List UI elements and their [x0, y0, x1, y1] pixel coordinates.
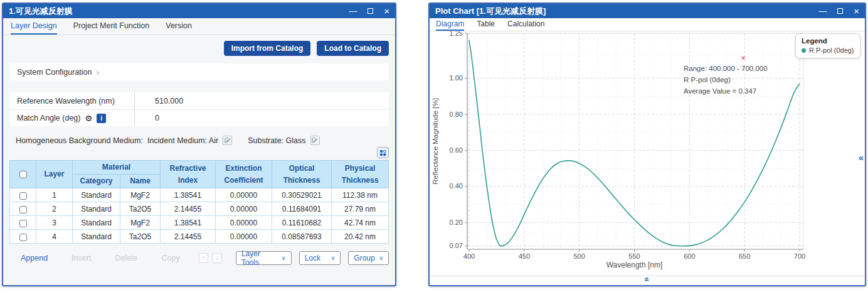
close-icon[interactable]: × [854, 6, 859, 16]
system-configuration-label: System Configuration [17, 68, 92, 77]
row-select-cell[interactable] [10, 230, 36, 244]
cell-name[interactable]: Ta2O5 [120, 230, 161, 244]
background-medium-row: Homogeneous Background Medium: Incident … [9, 136, 389, 145]
svg-text:0.40: 0.40 [450, 182, 463, 190]
cell-optical[interactable]: 0.08587693 [272, 230, 332, 244]
substrate-value: Substrate: Glass [248, 136, 305, 145]
row-select-cell[interactable] [10, 202, 36, 216]
cell-extinction[interactable]: 0.00000 [216, 202, 272, 216]
delete-button[interactable]: Delete [115, 254, 137, 262]
load-to-catalog-button[interactable]: Load to Catalog [317, 41, 389, 56]
cell-layer[interactable]: 3 [36, 216, 73, 230]
maximize-icon[interactable] [837, 8, 843, 14]
cell-name[interactable]: Ta2O5 [120, 202, 161, 216]
gear-icon[interactable]: ⚙ [85, 114, 92, 122]
cell-extinction[interactable]: 0.00000 [216, 188, 272, 202]
cell-physical[interactable]: 20.42 nm [332, 230, 389, 244]
plot-area: 4004505005506006507001.251.000.800.600.4… [430, 31, 865, 284]
cell-refractive[interactable]: 2.14455 [161, 230, 216, 244]
cell-category[interactable]: Standard [73, 202, 120, 216]
edit-substrate-icon[interactable] [310, 136, 320, 145]
cell-refractive[interactable]: 1.38541 [161, 216, 216, 230]
cell-physical[interactable]: 42.74 nm [332, 216, 389, 230]
select-all-header[interactable] [10, 161, 36, 188]
minimize-icon[interactable]: — [349, 7, 357, 15]
legend-series-label: R P-pol (0deg) [809, 46, 854, 54]
cell-layer[interactable]: 4 [36, 230, 73, 244]
collapse-panel-left-icon[interactable]: « [859, 152, 864, 163]
cell-physical[interactable]: 27.79 nm [332, 202, 389, 216]
svg-text:600: 600 [684, 252, 695, 260]
row-select-cell[interactable] [10, 216, 36, 230]
chart-legend[interactable]: Legend R P-pol (0deg) [795, 33, 860, 58]
layer-tools-label: Layer Tools [241, 249, 278, 267]
legend-entry: R P-pol (0deg) [802, 46, 854, 54]
cell-optical[interactable]: 0.30529021 [272, 188, 332, 202]
cell-category[interactable]: Standard [73, 230, 120, 244]
lock-dropdown[interactable]: Lock ∨ [299, 251, 341, 265]
layer-table-body: 1StandardMgF21.385410.000000.30529021112… [10, 188, 389, 244]
cell-layer[interactable]: 2 [36, 202, 73, 216]
info-icon[interactable]: i [97, 114, 106, 123]
cell-extinction[interactable]: 0.00000 [216, 230, 272, 244]
layer-table: Layer Material Refractive Index Extincti… [9, 160, 389, 244]
tab-project-merit-function[interactable]: Project Merit Function [73, 18, 150, 35]
copy-button[interactable]: Copy [162, 254, 180, 262]
select-all-checkbox[interactable] [19, 171, 27, 178]
svg-text:400: 400 [463, 252, 475, 260]
cell-optical[interactable]: 0.11684091 [272, 202, 332, 216]
right-titlebar[interactable]: Plot Chart [1.可见光减反射膜] — × [430, 4, 865, 18]
cell-layer[interactable]: 1 [36, 188, 73, 202]
insert-button[interactable]: Insert [71, 254, 91, 262]
cell-optical[interactable]: 0.11610682 [272, 216, 332, 230]
row-checkbox[interactable] [19, 220, 27, 227]
cell-extinction[interactable]: 0.00000 [216, 216, 272, 230]
match-angle-value[interactable]: 0 [135, 114, 159, 122]
edit-incident-medium-icon[interactable] [223, 136, 232, 145]
row-select-cell[interactable] [10, 188, 36, 202]
close-icon[interactable]: × [384, 6, 389, 16]
tab-calculation[interactable]: Calculation [507, 18, 544, 31]
layer-column-header: Layer [36, 161, 73, 188]
cell-category[interactable]: Standard [73, 216, 120, 230]
tab-version[interactable]: Version [166, 18, 192, 35]
expand-bottom-panel-icon[interactable]: « [642, 277, 652, 282]
move-up-button[interactable]: ↑ [199, 253, 209, 263]
parameters-card: Reference Wavelength (nm) 510.000 Match … [9, 92, 389, 126]
left-titlebar[interactable]: 1.可见光减反射膜 — × [3, 4, 395, 18]
append-button[interactable]: Append [21, 254, 48, 262]
tab-table[interactable]: Table [477, 18, 495, 31]
annotation-range: Range: 400.000 - 700.000 [684, 63, 768, 74]
extinction-coefficient-column-header: Extinction Coefficient [216, 161, 272, 188]
row-checkbox[interactable] [19, 234, 27, 241]
maximize-icon[interactable] [368, 8, 373, 14]
cell-name[interactable]: MgF2 [120, 188, 161, 202]
chevron-down-icon: ∨ [379, 255, 383, 261]
tab-diagram[interactable]: Diagram [436, 18, 464, 31]
material-column-header: Material [73, 161, 161, 175]
import-from-catalog-button[interactable]: Import from Catalog [224, 41, 311, 56]
svg-text:Wavelength [nm]: Wavelength [nm] [606, 261, 663, 269]
bottom-separator [430, 276, 865, 276]
legend-title: Legend [802, 37, 854, 45]
layer-tools-dropdown[interactable]: Layer Tools ∨ [236, 251, 292, 265]
annotation-close-icon[interactable]: × [741, 54, 745, 62]
cell-physical[interactable]: 112.38 nm [332, 188, 389, 202]
material-view-toggle-button[interactable] [377, 147, 389, 158]
cell-refractive[interactable]: 1.38541 [161, 188, 216, 202]
row-checkbox[interactable] [19, 206, 27, 214]
tab-layer-design[interactable]: Layer Design [11, 18, 57, 35]
row-checkbox[interactable] [19, 192, 27, 200]
group-dropdown[interactable]: Group ∨ [348, 251, 389, 265]
minimize-icon[interactable]: — [818, 7, 827, 15]
plot-chart-window: Plot Chart [1.可见光减反射膜] — × Diagram Table… [428, 3, 866, 286]
cell-category[interactable]: Standard [73, 188, 120, 202]
reference-wavelength-row: Reference Wavelength (nm) 510.000 [9, 92, 389, 109]
system-configuration-section[interactable]: System Configuration › [9, 63, 389, 80]
reference-wavelength-value[interactable]: 510.000 [135, 97, 183, 105]
svg-text:500: 500 [573, 252, 585, 260]
cell-refractive[interactable]: 2.14455 [161, 202, 216, 216]
svg-text:1.25: 1.25 [450, 31, 463, 37]
cell-name[interactable]: MgF2 [120, 216, 161, 230]
move-down-button[interactable]: ↓ [212, 253, 222, 263]
